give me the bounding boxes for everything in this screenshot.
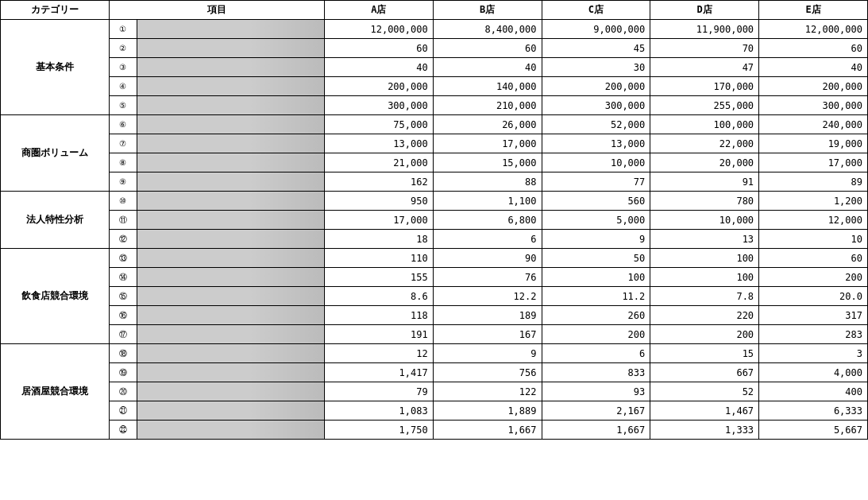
- value-store-e: 12,000,000: [759, 20, 868, 39]
- header-store-e: E店: [759, 1, 868, 20]
- value-store-b: 8,400,000: [433, 20, 542, 39]
- value-store-d: 200: [650, 325, 759, 344]
- value-store-c: 833: [542, 363, 650, 382]
- value-store-b: 1,100: [433, 192, 542, 211]
- value-store-d: 1,333: [650, 421, 759, 440]
- value-store-c: 52,000: [542, 115, 650, 134]
- value-store-e: 6,333: [759, 401, 868, 421]
- value-store-c: 13,000: [542, 134, 650, 153]
- value-store-a: 1,083: [324, 401, 433, 421]
- row-num: ①: [109, 20, 137, 39]
- table-row: 商圏ボリューム⑥████████████75,00026,00052,00010…: [1, 115, 868, 134]
- value-store-d: 91: [650, 172, 759, 192]
- value-store-c: 30: [542, 58, 650, 77]
- value-store-b: 1,667: [433, 421, 542, 440]
- table-row: ⑮████████████8.612.211.27.820.0: [1, 287, 868, 306]
- value-store-e: 17,000: [759, 153, 868, 172]
- row-num: ④: [109, 77, 137, 96]
- table-row: 居酒屋競合環境⑱████████████1296153: [1, 344, 868, 363]
- table-row: ⑫████████████18691310: [1, 230, 868, 249]
- table-row: 法人特性分析⑩████████████9501,1005607801,200: [1, 192, 868, 211]
- category-cell: 居酒屋競合環境: [1, 344, 110, 440]
- value-store-e: 240,000: [759, 115, 868, 134]
- value-store-e: 89: [759, 172, 868, 192]
- item-cell: ████████████: [137, 268, 324, 287]
- value-store-e: 400: [759, 382, 868, 401]
- value-store-d: 15: [650, 344, 759, 363]
- value-store-b: 15,000: [433, 153, 542, 172]
- value-store-c: 5,000: [542, 211, 650, 230]
- item-cell: ████████████: [137, 287, 324, 306]
- item-cell: ████████████: [137, 382, 324, 401]
- value-store-d: 100: [650, 268, 759, 287]
- row-num: ⑱: [109, 344, 137, 363]
- item-cell: ████████████: [137, 401, 324, 421]
- value-store-c: 77: [542, 172, 650, 192]
- value-store-b: 167: [433, 325, 542, 344]
- value-store-d: 47: [650, 58, 759, 77]
- value-store-d: 667: [650, 363, 759, 382]
- item-cell: ████████████: [137, 115, 324, 134]
- row-num: ⑮: [109, 287, 137, 306]
- value-store-a: 21,000: [324, 153, 433, 172]
- table-row: ⑰████████████191167200200283: [1, 325, 868, 344]
- value-store-a: 300,000: [324, 96, 433, 115]
- header-store-b: B店: [433, 1, 542, 20]
- value-store-a: 60: [324, 39, 433, 58]
- value-store-a: 110: [324, 249, 433, 268]
- header-store-d: D店: [650, 1, 759, 20]
- value-store-c: 93: [542, 382, 650, 401]
- value-store-e: 300,000: [759, 96, 868, 115]
- value-store-e: 5,667: [759, 421, 868, 440]
- value-store-d: 780: [650, 192, 759, 211]
- item-cell: ████████████: [137, 421, 324, 440]
- item-cell: ████████████: [137, 230, 324, 249]
- row-num: ⑪: [109, 211, 137, 230]
- item-cell: ████████████: [137, 325, 324, 344]
- value-store-a: 18: [324, 230, 433, 249]
- value-store-d: 220: [650, 306, 759, 325]
- value-store-b: 9: [433, 344, 542, 363]
- table-row: ④████████████200,000140,000200,000170,00…: [1, 77, 868, 96]
- table-row: ⑤████████████300,000210,000300,000255,00…: [1, 96, 868, 115]
- row-num: ⑧: [109, 153, 137, 172]
- value-store-c: 9: [542, 230, 650, 249]
- value-store-b: 17,000: [433, 134, 542, 153]
- value-store-a: 17,000: [324, 211, 433, 230]
- row-num: ⑩: [109, 192, 137, 211]
- main-table-wrapper: カテゴリー 項目 A店 B店 C店 D店 E店 基本条件①███████████…: [0, 0, 868, 440]
- value-store-e: 40: [759, 58, 868, 77]
- value-store-b: 210,000: [433, 96, 542, 115]
- row-num: ⑯: [109, 306, 137, 325]
- value-store-d: 11,900,000: [650, 20, 759, 39]
- value-store-a: 13,000: [324, 134, 433, 153]
- table-row: ⑨████████████16288779189: [1, 172, 868, 192]
- table-row: ⑳████████████791229352400: [1, 382, 868, 401]
- table-row: ⑪████████████17,0006,8005,00010,00012,00…: [1, 211, 868, 230]
- header-item: 項目: [109, 1, 324, 20]
- value-store-a: 12,000,000: [324, 20, 433, 39]
- value-store-b: 26,000: [433, 115, 542, 134]
- row-num: ㉑: [109, 401, 137, 421]
- header-category: カテゴリー: [1, 1, 110, 20]
- table-row: 基本条件①████████████12,000,0008,400,0009,00…: [1, 20, 868, 39]
- value-store-a: 1,750: [324, 421, 433, 440]
- value-store-c: 45: [542, 39, 650, 58]
- value-store-a: 12: [324, 344, 433, 363]
- row-num: ⑫: [109, 230, 137, 249]
- item-cell: ████████████: [137, 134, 324, 153]
- value-store-a: 75,000: [324, 115, 433, 134]
- value-store-e: 20.0: [759, 287, 868, 306]
- value-store-b: 40: [433, 58, 542, 77]
- value-store-d: 255,000: [650, 96, 759, 115]
- item-cell: ████████████: [137, 306, 324, 325]
- value-store-a: 79: [324, 382, 433, 401]
- value-store-a: 200,000: [324, 77, 433, 96]
- row-num: ⑥: [109, 115, 137, 134]
- row-num: ㉒: [109, 421, 137, 440]
- value-store-b: 60: [433, 39, 542, 58]
- row-num: ⑳: [109, 382, 137, 401]
- value-store-e: 60: [759, 39, 868, 58]
- row-num: ③: [109, 58, 137, 77]
- table-row: ⑦████████████13,00017,00013,00022,00019,…: [1, 134, 868, 153]
